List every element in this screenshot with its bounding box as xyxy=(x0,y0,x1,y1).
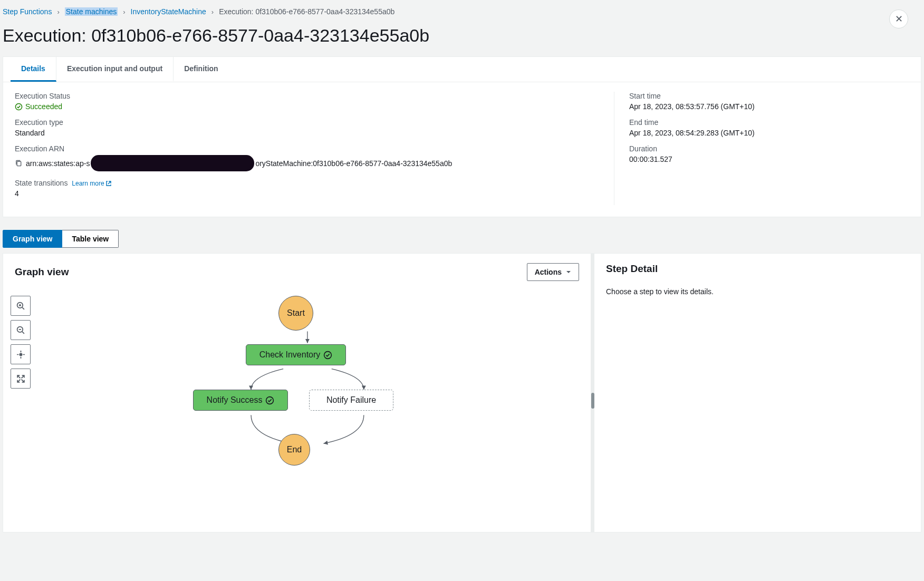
details-card: Details Execution input and output Defin… xyxy=(3,56,921,217)
breadcrumb-machine[interactable]: InventoryStateMachine xyxy=(131,7,206,16)
page-title: Execution: 0f310b06-e766-8577-0aa4-32313… xyxy=(3,16,913,56)
close-button[interactable]: ✕ xyxy=(889,9,908,28)
status-text: Succeeded xyxy=(25,102,62,111)
zoom-in-button[interactable] xyxy=(11,296,31,316)
end-time-label: End time xyxy=(629,118,909,127)
graph-panel-title: Graph view xyxy=(15,266,69,278)
type-value: Standard xyxy=(15,129,603,137)
crosshair-icon xyxy=(16,350,25,359)
zoom-out-button[interactable] xyxy=(11,320,31,340)
arn-redacted xyxy=(91,155,254,171)
zoom-in-icon xyxy=(16,302,25,311)
breadcrumb-step-functions[interactable]: Step Functions xyxy=(3,7,52,16)
status-label: Execution Status xyxy=(15,92,603,100)
breadcrumb-execution: Execution: 0f310b06-e766-8577-0aa4-32313… xyxy=(219,7,394,16)
zoom-out-icon xyxy=(16,326,25,335)
node-end-label: End xyxy=(287,445,302,454)
view-toggle: Graph viewTable view xyxy=(3,230,921,248)
type-label: Execution type xyxy=(15,118,603,127)
duration-label: Duration xyxy=(629,144,909,153)
external-link-icon xyxy=(105,180,112,187)
arn-prefix: arn:aws:states:ap-s xyxy=(26,159,90,168)
breadcrumb-state-machines[interactable]: State machines xyxy=(65,7,118,16)
step-detail-title: Step Detail xyxy=(606,263,658,275)
actions-button[interactable]: Actions xyxy=(527,263,579,281)
arn-value: arn:aws:states:ap-s oryStateMachine:0f31… xyxy=(26,155,452,171)
graph-canvas[interactable]: Start Check Inventory Notify Success Not… xyxy=(35,290,585,527)
node-check-inventory[interactable]: Check Inventory xyxy=(246,344,346,365)
chevron-right-icon: › xyxy=(123,8,125,16)
panel-resize-handle[interactable] xyxy=(591,253,594,532)
arn-suffix: oryStateMachine:0f310b06-e766-8577-0aa4-… xyxy=(255,159,452,168)
close-icon: ✕ xyxy=(895,13,903,25)
transitions-label: State transitions Learn more xyxy=(15,179,603,187)
table-view-button[interactable]: Table view xyxy=(62,230,119,248)
chevron-right-icon: › xyxy=(211,8,214,16)
node-notify-failure[interactable]: Notify Failure xyxy=(309,390,393,411)
node-failure-label: Notify Failure xyxy=(326,395,376,405)
arn-label: Execution ARN xyxy=(15,144,603,153)
node-notify-success[interactable]: Notify Success xyxy=(193,390,288,411)
tabs: Details Execution input and output Defin… xyxy=(3,57,921,82)
step-detail-empty: Choose a step to view its details. xyxy=(594,284,921,299)
center-button[interactable] xyxy=(11,344,31,364)
node-success-label: Notify Success xyxy=(207,395,263,405)
tab-definition[interactable]: Definition xyxy=(174,57,229,82)
caret-down-icon xyxy=(566,269,571,275)
node-check-label: Check Inventory xyxy=(259,350,321,360)
graph-panel: Graph view Actions xyxy=(3,253,591,532)
check-circle-icon xyxy=(265,396,274,405)
learn-more-link[interactable]: Learn more xyxy=(72,180,111,187)
node-start-label: Start xyxy=(287,308,305,318)
check-circle-icon xyxy=(323,351,332,360)
copy-icon[interactable] xyxy=(15,159,23,167)
svg-point-4 xyxy=(20,353,22,355)
graph-view-button[interactable]: Graph view xyxy=(3,230,62,248)
duration-value: 00:00:31.527 xyxy=(629,155,909,163)
step-detail-panel: Step Detail Choose a step to view its de… xyxy=(594,253,921,532)
status-value: Succeeded xyxy=(15,102,603,111)
start-time-value: Apr 18, 2023, 08:53:57.756 (GMT+10) xyxy=(629,102,909,111)
node-start[interactable]: Start xyxy=(278,296,313,331)
breadcrumb: Step Functions › State machines › Invent… xyxy=(3,7,913,16)
start-time-label: Start time xyxy=(629,92,909,100)
tab-io[interactable]: Execution input and output xyxy=(56,57,174,82)
fullscreen-button[interactable] xyxy=(11,369,31,389)
end-time-value: Apr 18, 2023, 08:54:29.283 (GMT+10) xyxy=(629,129,909,137)
check-circle-icon xyxy=(15,103,23,111)
tab-details[interactable]: Details xyxy=(11,57,56,82)
expand-icon xyxy=(16,374,25,383)
svg-rect-1 xyxy=(17,161,21,166)
chevron-right-icon: › xyxy=(57,8,59,16)
node-end[interactable]: End xyxy=(278,434,310,466)
transitions-value: 4 xyxy=(15,189,603,198)
